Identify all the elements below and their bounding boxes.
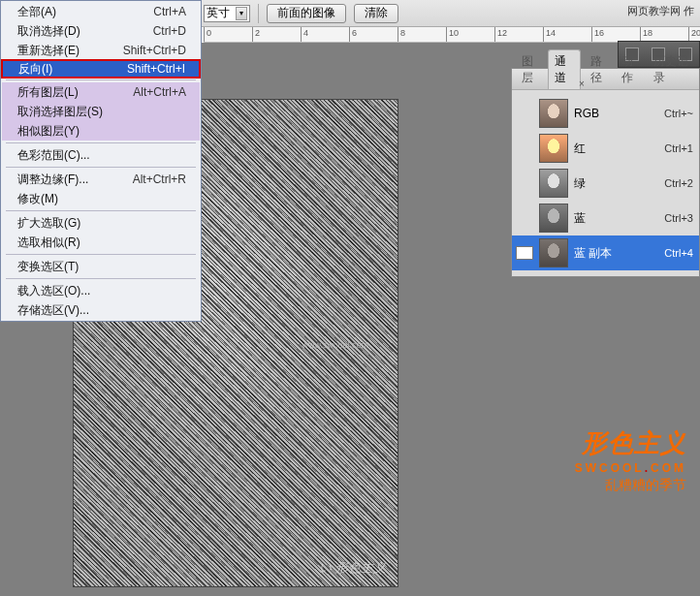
- menu-load[interactable]: 载入选区(O)...: [2, 281, 200, 300]
- channel-shortcut: Ctrl+1: [664, 142, 693, 154]
- channel-thumbnail: [539, 204, 568, 233]
- tab-history[interactable]: 历史记录: [648, 50, 699, 89]
- watermark-logo: 形色主义 SWCOOL.COM 乱糟糟的季节: [575, 426, 686, 494]
- tab-layers[interactable]: 图层: [516, 50, 548, 89]
- ruler-tick: 10: [446, 27, 494, 43]
- menu-similar-layers[interactable]: 相似图层(Y): [2, 121, 200, 141]
- image-signature: い 形色主义: [319, 559, 386, 577]
- menu-grow[interactable]: 扩大选取(G): [2, 213, 200, 233]
- channel-row[interactable]: 👁RGBCtrl+~: [512, 96, 699, 131]
- image-url-watermark: www.swcool.com: [302, 340, 368, 350]
- menu-reselect[interactable]: 重新选择(E)Shift+Ctrl+D: [2, 41, 200, 60]
- channel-thumbnail: [539, 238, 568, 267]
- front-image-button[interactable]: 前面的图像: [267, 4, 346, 23]
- menu-similar[interactable]: 选取相似(R): [2, 233, 200, 252]
- channel-shortcut: Ctrl+4: [664, 247, 693, 259]
- channel-shortcut: Ctrl+3: [664, 212, 693, 224]
- unit-select[interactable]: 英寸 ▾: [204, 5, 250, 22]
- tab-channels[interactable]: 通道: [548, 49, 582, 89]
- ruler-tick: 12: [494, 27, 543, 43]
- channel-row[interactable]: 👁绿Ctrl+2: [512, 166, 699, 201]
- menu-separator: [6, 210, 196, 211]
- channel-name: 红: [574, 141, 658, 157]
- channel-list: 👁RGBCtrl+~👁红Ctrl+1👁绿Ctrl+2👁蓝Ctrl+3👁蓝 副本C…: [512, 90, 699, 276]
- channel-thumbnail: [539, 99, 568, 128]
- clear-button[interactable]: 清除: [354, 4, 398, 23]
- menu-transform[interactable]: 变换选区(T): [2, 257, 200, 276]
- panel-tabs: 图层 通道 × 路径 动作 历史记录: [512, 69, 699, 90]
- menu-modify[interactable]: 修改(M): [2, 189, 200, 208]
- watermark-line2: SWCOOL.COM: [575, 458, 686, 475]
- channel-name: 蓝: [574, 210, 658, 227]
- tab-actions[interactable]: 动作: [616, 50, 648, 89]
- menu-deselect[interactable]: 取消选择(D)Ctrl+D: [2, 21, 200, 41]
- ruler-tick: 2: [252, 27, 301, 43]
- tab-paths[interactable]: 路径: [585, 50, 617, 89]
- ruler-tick: 4: [301, 27, 349, 43]
- visibility-eye-icon[interactable]: 👁: [516, 246, 533, 260]
- ruler-tick: 6: [349, 27, 398, 43]
- unit-value: 英寸: [207, 5, 230, 21]
- select-menu: 全部(A)Ctrl+A 取消选择(D)Ctrl+D 重新选择(E)Shift+C…: [0, 0, 202, 322]
- ruler-tick: 0: [204, 27, 252, 43]
- menu-separator: [6, 254, 196, 255]
- menu-separator: [6, 167, 196, 168]
- channel-name: 蓝 副本: [574, 245, 658, 262]
- chevron-down-icon[interactable]: ▾: [236, 7, 247, 20]
- channel-shortcut: Ctrl+2: [664, 177, 693, 189]
- channel-row[interactable]: 👁蓝Ctrl+3: [512, 201, 699, 235]
- menu-refine-edge[interactable]: 调整边缘(F)...Alt+Ctrl+R: [2, 170, 200, 189]
- ruler-tick: 8: [398, 27, 446, 43]
- watermark-line3: 乱糟糟的季节: [575, 477, 686, 494]
- menu-separator: [6, 278, 196, 279]
- watermark-line1: 形色主义: [575, 426, 686, 460]
- channel-thumbnail: [539, 169, 568, 198]
- channel-thumbnail: [539, 134, 568, 163]
- channels-panel: 图层 通道 × 路径 动作 历史记录 👁RGBCtrl+~👁红Ctrl+1👁绿C…: [511, 68, 700, 277]
- channel-name: 绿: [574, 175, 658, 192]
- menu-all-layers[interactable]: 所有图层(L)Alt+Ctrl+A: [2, 82, 200, 102]
- menu-separator: [6, 79, 196, 80]
- channel-row[interactable]: 👁红Ctrl+1: [512, 131, 699, 166]
- menu-all[interactable]: 全部(A)Ctrl+A: [2, 2, 200, 21]
- menu-inverse[interactable]: 反向(I)Shift+Ctrl+I: [1, 59, 201, 78]
- menu-color-range[interactable]: 色彩范围(C)...: [2, 145, 200, 165]
- channel-row[interactable]: 👁蓝 副本Ctrl+4: [512, 235, 699, 270]
- channel-name: RGB: [574, 107, 658, 120]
- separator: [258, 4, 259, 23]
- menu-save[interactable]: 存储选区(V)...: [2, 300, 200, 320]
- site-brand-text: 网页教学网 作: [627, 4, 694, 18]
- menu-separator: [6, 142, 196, 143]
- menu-deselect-layers[interactable]: 取消选择图层(S): [2, 102, 200, 121]
- ruler-tick: 14: [543, 27, 591, 43]
- channel-shortcut: Ctrl+~: [664, 108, 693, 119]
